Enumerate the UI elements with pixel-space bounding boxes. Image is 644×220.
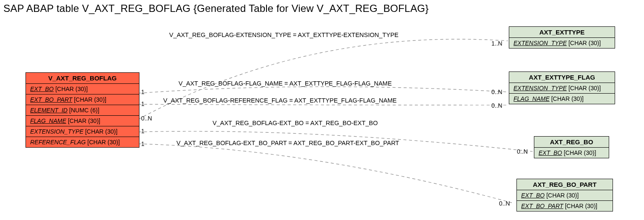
relation-label: V_AXT_REG_BOFLAG-EXT_BO = AXT_REG_BO-EXT… (213, 120, 378, 126)
entity-field: FLAG_NAME [CHAR (30)] (509, 94, 615, 104)
relation-label: V_AXT_REG_BOFLAG-REFERENCE_FLAG = AXT_EX… (163, 97, 397, 104)
cardinality-right: 0..N (491, 89, 502, 95)
cardinality-left: 0..N (141, 115, 152, 122)
diagram-canvas: { "page_title": "SAP ABAP table V_AXT_RE… (0, 0, 644, 220)
cardinality-right: 0..N (517, 148, 528, 155)
entity-field: ELEMENT_ID [NUMC (6)] (26, 105, 139, 116)
entity-field: EXT_BO_PART [CHAR (30)] (517, 201, 613, 211)
entity-axt-exttype: AXT_EXTTYPE EXTENSION_TYPE [CHAR (30)] (509, 26, 615, 49)
entity-axt-exttype-flag: AXT_EXTTYPE_FLAG EXTENSION_TYPE [CHAR (3… (509, 71, 615, 104)
relation-label: V_AXT_REG_BOFLAG-FLAG_NAME = AXT_EXTTYPE… (179, 80, 392, 87)
page-title: SAP ABAP table V_AXT_REG_BOFLAG {Generat… (3, 3, 428, 14)
cardinality-right: 0..N (499, 200, 510, 207)
entity-field: REFERENCE_FLAG [CHAR (30)] (26, 137, 139, 147)
entity-field: EXT_BO [CHAR (30)] (534, 148, 609, 158)
entity-field: EXT_BO [CHAR (30)] (517, 190, 613, 201)
cardinality-left: 1 (141, 140, 145, 147)
relation-label: V_AXT_REG_BOFLAG-EXTENSION_TYPE = AXT_EX… (169, 31, 398, 38)
entity-field: EXT_BO [CHAR (30)] (26, 84, 139, 94)
cardinality-left: 1 (141, 100, 145, 107)
cardinality-right: 0..N (491, 102, 502, 109)
cardinality-left: 1 (141, 89, 145, 95)
entity-header: AXT_REG_BO (534, 137, 609, 148)
cardinality-right: 1..N (491, 40, 502, 47)
cardinality-left: 1 (141, 128, 145, 134)
entity-axt-reg-bo: AXT_REG_BO EXT_BO [CHAR (30)] (534, 136, 609, 158)
entity-axt-reg-bo-part: AXT_REG_BO_PART EXT_BO [CHAR (30)] EXT_B… (516, 179, 613, 211)
entity-field: EXTENSION_TYPE [CHAR (30)] (509, 38, 615, 48)
entity-header: AXT_REG_BO_PART (517, 179, 613, 190)
relation-label: V_AXT_REG_BOFLAG-EXT_BO_PART = AXT_REG_B… (176, 140, 399, 146)
entity-field: EXT_BO_PART [CHAR (30)] (26, 94, 139, 105)
entity-header: V_AXT_REG_BOFLAG (26, 73, 139, 84)
entity-field: EXTENSION_TYPE [CHAR (30)] (509, 83, 615, 94)
entity-header: AXT_EXTTYPE_FLAG (509, 72, 615, 83)
entity-field: FLAG_NAME [CHAR (30)] (26, 116, 139, 126)
entity-v-axt-reg-boflag: V_AXT_REG_BOFLAG EXT_BO [CHAR (30)] EXT_… (26, 72, 139, 148)
entity-field: EXTENSION_TYPE [CHAR (30)] (26, 126, 139, 137)
entity-header: AXT_EXTTYPE (509, 27, 615, 38)
